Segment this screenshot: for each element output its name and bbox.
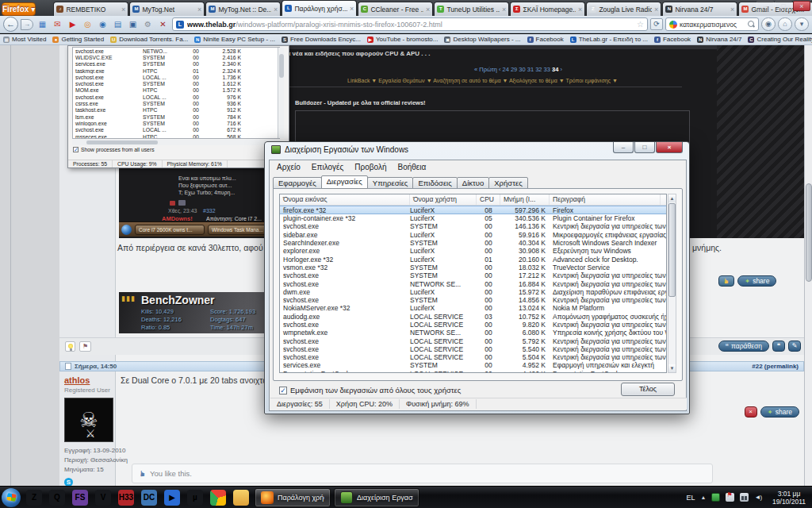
tm-menu-item[interactable]: Βοήθεια: [393, 161, 432, 173]
tm-column-header[interactable]: Μνήμη (Ι...: [500, 194, 550, 205]
post2-avatar[interactable]: ☠ ⚔: [64, 398, 113, 442]
taskbar-app-icon[interactable]: [208, 488, 228, 507]
tm-tab[interactable]: Δίκτυο: [457, 177, 489, 189]
tab-close-icon[interactable]: ×: [730, 6, 734, 13]
taskbar-app-icon[interactable]: FS: [70, 488, 90, 507]
bookmark-item[interactable]: f Facebook: [527, 36, 564, 43]
bookmark-item[interactable]: ▶ YouTube - bromosto...: [367, 36, 439, 43]
toolbar-icon[interactable]: ◉: [96, 18, 109, 31]
firefox-menu-button[interactable]: Firefox▾: [2, 2, 36, 16]
browser-tab[interactable]: N Nirvana 24/7 ×: [662, 2, 737, 16]
share-button[interactable]: ✦share: [760, 406, 799, 418]
toolbar-icon[interactable]: ✉: [51, 18, 64, 31]
tab-close-icon[interactable]: ×: [578, 6, 582, 13]
tm-column-header[interactable]: Όνομα χρήστη: [410, 194, 477, 205]
tm-process-row[interactable]: svchost.exe SYSTEM 00 146.136 K Κεντρική…: [280, 222, 666, 230]
tm-process-row[interactable]: svchost.exe SYSTEM 00 17.212 K Κεντρική …: [280, 271, 666, 279]
taskbar-app-icon[interactable]: Z: [24, 488, 44, 507]
hidden-icons-arrow[interactable]: ▲: [701, 495, 707, 500]
taskbar-app-icon[interactable]: V: [93, 488, 113, 507]
bookmark-item[interactable]: ● Getting Started: [52, 36, 104, 43]
tab-close-icon[interactable]: ×: [197, 6, 201, 13]
tm-tab[interactable]: Επιδόσεις: [412, 177, 457, 189]
taskbar-app-icon[interactable]: ▶: [162, 488, 182, 507]
bookmark-item[interactable]: N Ninite Easy PC Setup - ...: [194, 36, 275, 43]
scroll-down-icon[interactable]: ▼: [668, 364, 676, 372]
toolbar-icon[interactable]: ⚙: [141, 18, 155, 31]
browser-tab[interactable]: ♪ REMBETIKO ×: [53, 2, 128, 16]
network-icon[interactable]: [740, 493, 749, 502]
search-bar[interactable]: κατακερματισμενος: [665, 17, 759, 31]
browser-tab[interactable]: C CCleaner - Free ... ×: [358, 2, 433, 16]
browser-tab[interactable]: M MyTog.Net ×: [129, 2, 205, 16]
bookmark-item[interactable]: S Free Downloads Encyc...: [282, 36, 361, 43]
like-button[interactable]: ☛: [718, 275, 734, 287]
scrollbar-thumb[interactable]: [806, 183, 812, 282]
tm-process-row[interactable]: explorer.exe LuciferX 00 30.908 K Εξερεύ…: [280, 247, 666, 255]
back-button[interactable]: ←: [3, 17, 18, 32]
toolbar-icon[interactable]: ▦: [36, 18, 49, 31]
quickreply-button[interactable]: ✎: [788, 341, 801, 352]
search-engine-icon[interactable]: [669, 21, 677, 29]
tm-tab[interactable]: Διεργασίες: [321, 175, 368, 189]
tm-tab[interactable]: Εφαρμογές: [273, 177, 322, 189]
permalink[interactable]: #22 (permalink): [752, 363, 799, 370]
tm-column-header[interactable]: Όνομα εικόνας: [280, 194, 410, 205]
tab-close-icon[interactable]: ×: [426, 6, 430, 13]
tm-process-row[interactable]: plugin-container.exe *32 LuciferX 05 340…: [280, 214, 666, 222]
post2-username-link[interactable]: athlos: [64, 375, 90, 385]
reload-button[interactable]: ⟳: [650, 18, 663, 30]
maximize-button[interactable]: □: [775, 1, 792, 11]
bookmark-item[interactable]: N Nirvana 24/7: [697, 36, 741, 43]
browser-tab[interactable]: M MyTog.Net :: De... ×: [205, 2, 281, 16]
bookmark-item[interactable]: U Download Torrents. Fa...: [110, 36, 188, 43]
quote-button[interactable]: ❝παράθεση: [718, 341, 769, 352]
tm-menu-item[interactable]: Επιλογές: [306, 161, 349, 173]
tm-process-row[interactable]: firefox.exe *32 LuciferX 08 597.296 K Fi…: [280, 206, 666, 214]
delete-post-icon[interactable]: ×: [745, 406, 757, 418]
minimize-button[interactable]: –: [756, 1, 774, 11]
tm-process-row[interactable]: svchost.exe NETWORK SE... 00 16.884 K Κε…: [280, 279, 666, 287]
browser-tab[interactable]: L Παράλογη χρήσ... ×: [282, 0, 357, 16]
bookmark-item[interactable]: ▦ Most Visited: [3, 36, 46, 43]
home-button[interactable]: ⌂: [778, 17, 792, 31]
toolbar-icon[interactable]: ▶: [66, 18, 79, 31]
bookmark-item[interactable]: C Creating Our Reality - ...: [748, 36, 812, 43]
bookmark-star-icon[interactable]: ☆: [637, 20, 644, 29]
tm-menu-item[interactable]: Αρχείο: [271, 161, 306, 173]
tm-column-header[interactable]: Περιγραφή: [550, 194, 661, 205]
tm-process-row[interactable]: Horloger.exe *32 LuciferX 01 20.160 K Ad…: [280, 255, 666, 263]
toolbar-icon[interactable]: ▣: [126, 18, 140, 31]
toolbar-icon[interactable]: ✕: [156, 18, 170, 31]
start-button[interactable]: [2, 488, 21, 507]
tab-close-icon[interactable]: ×: [502, 6, 506, 13]
tm-process-row[interactable]: PresentationFontCache.exe LOCAL SERVICE …: [280, 370, 666, 372]
tm-process-row[interactable]: svchost.exe LOCAL SERVICE 00 5.792 K Κεν…: [280, 337, 666, 344]
tm-process-row[interactable]: vsmon.exe *32 SYSTEM 00 18.032 K TrueVec…: [280, 264, 666, 271]
tm-process-row[interactable]: sidebar.exe LuciferX 00 59.916 K Μικροεφ…: [280, 231, 666, 239]
tm-process-row[interactable]: SearchIndexer.exe SYSTEM 00 40.304 K Mic…: [280, 239, 666, 247]
taskbar-window-firefox[interactable]: Παράλογη χρήση...: [255, 488, 331, 507]
toolbar-icon[interactable]: ◎: [81, 18, 94, 31]
forward-button[interactable]: →: [21, 19, 33, 30]
tm-maximize-button[interactable]: □: [634, 142, 655, 153]
tm-tab[interactable]: Χρήστες: [488, 177, 527, 189]
taskbar-app-icon[interactable]: Q: [47, 488, 67, 507]
tm-menu-item[interactable]: Προβολή: [349, 161, 392, 173]
tm-tab[interactable]: Υπηρεσίες: [367, 177, 414, 189]
tm-process-row[interactable]: services.exe SYSTEM 00 4.952 K Εφαρμογή …: [280, 361, 666, 369]
skype-icon[interactable]: S: [64, 478, 73, 486]
close-button[interactable]: ×: [793, 1, 810, 11]
lastpass-button[interactable]: ◉: [761, 17, 776, 31]
tm-process-row[interactable]: svchost.exe LOCAL SERVICE 00 9.820 K Κεν…: [280, 321, 666, 329]
taskbar-app-icon[interactable]: µ: [185, 488, 205, 507]
resource-monitor-icon[interactable]: [711, 493, 720, 502]
tm-process-row[interactable]: audiodg.exe LOCAL SERVICE 03 10.752 K Απ…: [280, 313, 666, 321]
tm-column-header[interactable]: CPU: [477, 194, 500, 205]
tm-process-row[interactable]: svchost.exe LOCAL SERVICE 00 5.504 K Κεν…: [280, 353, 666, 361]
tm-process-row[interactable]: svchost.exe LOCAL SERVICE 00 5.540 K Κεν…: [280, 345, 666, 353]
url-bar[interactable]: L www.thelab.gr/windows-platform/paralog…: [172, 17, 648, 31]
taskbar-app-icon[interactable]: [231, 488, 251, 507]
taskbar-app-icon[interactable]: DC: [139, 488, 159, 507]
toolbar-icon[interactable]: ▤: [111, 18, 124, 31]
